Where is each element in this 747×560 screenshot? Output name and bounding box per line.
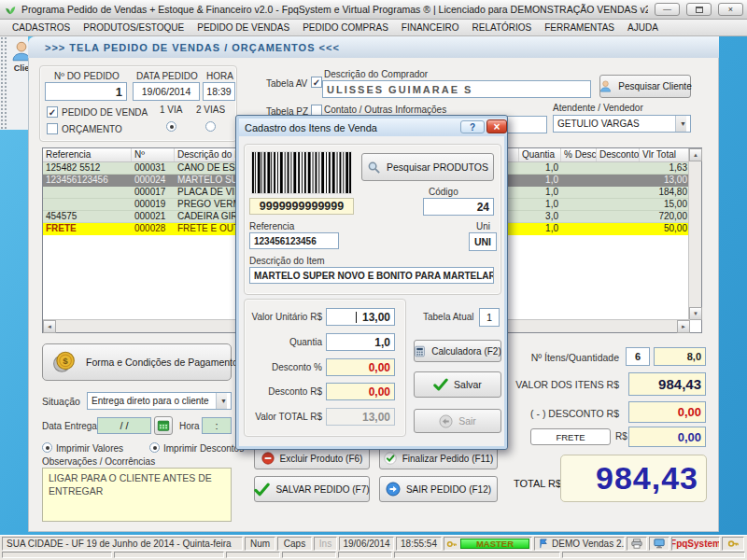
status-date: 19/06/2014 <box>339 537 394 551</box>
grand-total-label: TOTAL R$ <box>514 478 561 489</box>
restore-button[interactable] <box>686 3 712 16</box>
freight-button[interactable]: FRETE <box>530 428 611 445</box>
dialog-help-button[interactable]: ? <box>460 120 485 133</box>
reference-field[interactable]: 123456123456 <box>249 232 339 249</box>
print-values-radio[interactable] <box>42 442 52 453</box>
status-num: Num <box>245 537 275 551</box>
status-master-badge: MASTER <box>460 539 529 549</box>
attendant-label: Atendente / Vendedor <box>553 103 643 113</box>
delivery-time-field[interactable]: : <box>202 417 232 434</box>
unit-price-field[interactable]: 13,00 <box>326 308 395 326</box>
unit-price-label: Valor Unitário R$ <box>242 312 322 322</box>
desktop: Programa Pedido de Vendas + Estoque & Fi… <box>0 0 747 560</box>
calendar-button[interactable] <box>154 416 173 435</box>
window-title: Programa Pedido de Vendas + Estoque & Fi… <box>21 4 648 15</box>
menu-financeiro[interactable]: FINANCEIRO <box>395 21 466 35</box>
dialog-save-button[interactable]: Salvar <box>414 371 501 398</box>
discount-rs-label: Desconto R$ <box>242 386 322 397</box>
pedido-venda-label: PEDIDO DE VENDA <box>62 107 148 118</box>
status-brand: FpqSystem <box>671 537 720 551</box>
calendar-icon <box>157 419 170 432</box>
freight-field[interactable]: 0,00 <box>628 427 706 447</box>
col-desconto: Desconto <box>597 148 640 161</box>
delete-icon <box>261 452 275 465</box>
chevron-down-icon: ▼ <box>675 116 686 132</box>
code-field[interactable]: 24 <box>423 198 494 216</box>
quantity-field[interactable]: 1,0 <box>326 333 395 351</box>
vertical-scrollbar[interactable]: ▲ ▼ <box>688 148 701 320</box>
col-quantia: Quantia <box>519 148 561 161</box>
orcamento-checkbox[interactable] <box>47 123 58 134</box>
order-number-field[interactable]: 1 <box>45 82 127 101</box>
delivery-time-label: Hora <box>179 421 200 431</box>
pedido-venda-checkbox[interactable]: ✓ <box>47 106 58 118</box>
finalize-check-icon <box>384 452 397 465</box>
unit-field[interactable]: UNI <box>469 232 497 251</box>
print-values-label: Imprimir Valores <box>56 443 123 454</box>
buyer-field[interactable]: ULISSES GUIMARAE S <box>322 80 591 98</box>
finalize-order-button[interactable]: Finalizar Pedido (F11) <box>379 447 498 469</box>
app-badge-icon <box>539 539 549 549</box>
menu-produtos-estoque[interactable]: PRODUTOS/ESTOQUE <box>77 21 190 35</box>
contact-label: Contato / Outras Informações <box>324 105 446 115</box>
dialog-close-button[interactable]: × <box>486 119 507 133</box>
save-order-button[interactable]: SALVAR PEDIDO (F7) <box>254 476 370 502</box>
delete-product-button[interactable]: Excluir Produto (F6) <box>254 447 370 469</box>
delivery-date-field[interactable]: / / <box>97 417 151 434</box>
menu-relatorios[interactable]: RELATÓRIOS <box>466 21 539 35</box>
order-time-field[interactable]: 18:39 <box>203 82 235 101</box>
discount-pct-field[interactable]: 0,00 <box>326 358 395 376</box>
tabela-av-checkbox[interactable]: ✓ <box>311 77 322 88</box>
delete-product-label: Excluir Produto (F6) <box>280 454 363 464</box>
attendant-select[interactable]: GETULIO VARGAS ▼ <box>553 115 691 133</box>
monitor-icon[interactable] <box>649 537 669 551</box>
freight-currency-label: R$ <box>615 431 627 441</box>
dialog-exit-button[interactable]: Sair <box>414 409 501 433</box>
search-client-button[interactable]: Pesquisar Cliente <box>599 75 691 98</box>
menu-ajuda[interactable]: AJUDA <box>621 21 665 35</box>
print-discounts-radio[interactable] <box>149 442 160 453</box>
minimize-button[interactable]: — <box>655 3 680 16</box>
discount-pct-label: Desconto % <box>242 362 322 372</box>
situation-value: Entrega direto para o cliente <box>92 396 209 406</box>
items-quantity-field: 8,0 <box>654 347 706 366</box>
item-description-field[interactable]: MARTELO SUPER NOVO E BONITO PARA MARTELA… <box>249 267 494 284</box>
menu-pedido-de-vendas[interactable]: PEDIDO DE VENDAS <box>190 21 296 35</box>
payment-terms-button[interactable]: $ Forma e Condições de Pagamento <box>42 343 232 381</box>
person-icon <box>599 79 613 93</box>
situation-select[interactable]: Entrega direto para o cliente ▼ <box>87 392 232 410</box>
printer-icon[interactable] <box>627 537 647 551</box>
scroll-down-icon[interactable]: ▼ <box>689 307 702 320</box>
search-products-button[interactable]: Pesquisar PRODUTOS <box>361 153 494 181</box>
via1-radio[interactable] <box>166 121 176 132</box>
order-date-field[interactable]: 19/06/2014 <box>133 82 200 101</box>
via1-label: 1 VIA <box>160 105 182 115</box>
col-numero: Nº <box>132 148 175 161</box>
tabela-av-label: Tabela AV <box>266 78 307 89</box>
scroll-left-icon[interactable]: ◄ <box>43 320 56 333</box>
menu-cadastros[interactable]: CADASTROS <box>6 21 77 35</box>
order-time-label: HORA <box>206 71 233 81</box>
save-order-label: SALVAR PEDIDO (F7) <box>275 484 369 495</box>
items-count-label: Nº Ítens/Quantidade <box>488 352 619 363</box>
dialog-save-label: Salvar <box>454 379 482 390</box>
scroll-up-icon[interactable]: ▲ <box>689 148 702 161</box>
via2-radio[interactable] <box>205 121 216 132</box>
print-discounts-label: Imprimir Descontos <box>163 443 244 454</box>
items-count-field: 6 <box>626 347 650 366</box>
screen-header: >>> TELA PEDIDO DE VENDAS / ORÇAMENTOS <… <box>28 36 719 58</box>
scroll-right-icon[interactable]: ► <box>677 320 690 333</box>
calculator-button[interactable]: Calculadora (F2) <box>414 340 501 362</box>
exit-order-button[interactable]: SAIR PEDIDO (F12) <box>379 476 498 502</box>
menubar: CADASTROS PRODUTOS/ESTOQUE PEDIDO DE VEN… <box>0 20 747 36</box>
calculator-icon <box>414 345 426 357</box>
restore-icon <box>696 7 703 13</box>
observations-textarea[interactable]: LIGAR PARA O CLIENTE ANTES DE ENTREGAR <box>42 468 232 522</box>
menu-ferramentas[interactable]: FERRAMENTAS <box>538 21 621 35</box>
menu-pedido-compras[interactable]: PEDIDO COMPRAS <box>296 21 395 35</box>
save-check-icon <box>254 482 270 497</box>
item-entry-dialog: Cadastro dos Itens de Venda ? × 99999999… <box>235 115 508 450</box>
payment-terms-label: Forma e Condições de Pagamento <box>86 357 238 368</box>
discount-rs-field[interactable]: 0,00 <box>326 383 395 400</box>
close-button[interactable]: × <box>718 3 743 16</box>
